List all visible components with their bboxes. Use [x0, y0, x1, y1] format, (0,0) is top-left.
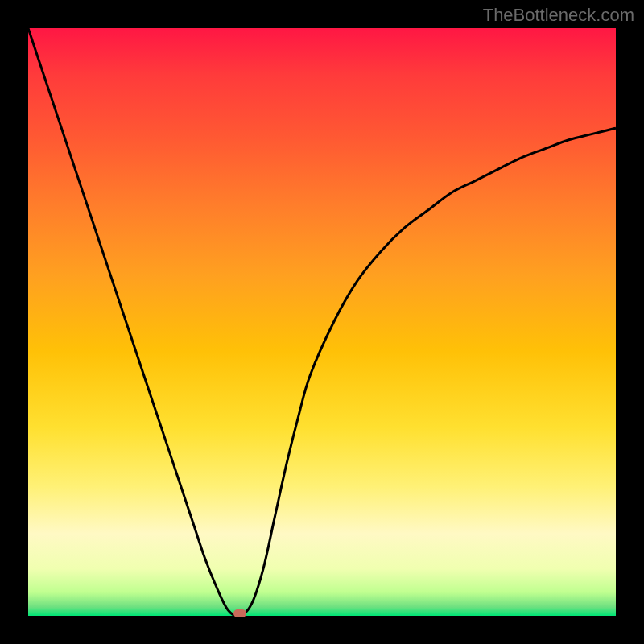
watermark-text: TheBottleneck.com — [483, 5, 634, 26]
optimal-marker — [233, 609, 246, 617]
plot-background — [28, 28, 616, 616]
